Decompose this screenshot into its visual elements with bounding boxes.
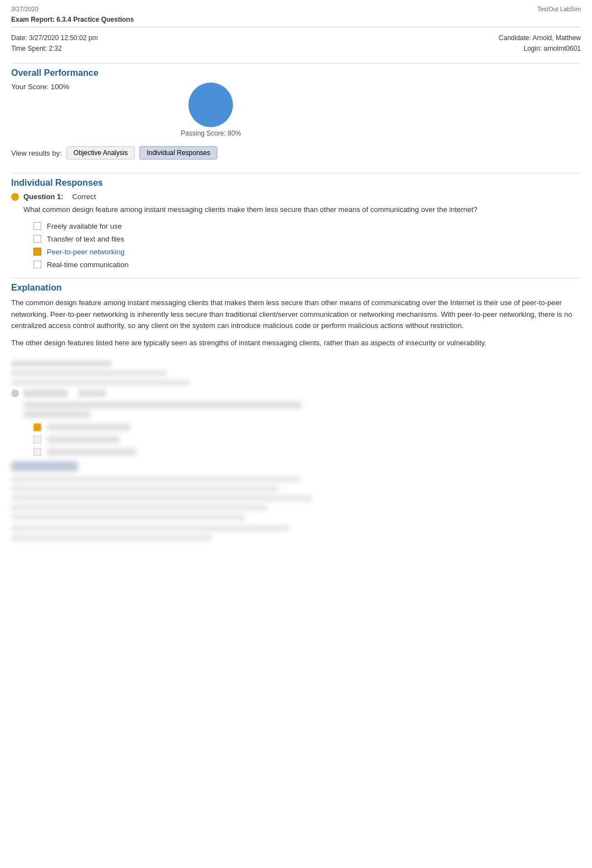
option-text-1: Freely available for use [47, 222, 122, 230]
individual-responses-section: Individual Responses Question 1: Correct… [11, 178, 581, 269]
individual-responses-title: Individual Responses [11, 178, 581, 188]
option-text-3: Peer-to-peer networking [47, 248, 124, 256]
blurred-explanation-2-extra [11, 525, 581, 541]
answer-option-4: Real-time communication [33, 261, 581, 269]
top-bar: 3/27/2020 TestOut LabSim [11, 6, 581, 12]
blurred-line7 [11, 534, 212, 541]
meta-section: Date: 3/27/2020 12:50:02 pm Time Spent: … [11, 33, 581, 54]
blurred-explanation-2 [11, 461, 581, 541]
answer-options: Freely available for use Transfer of tex… [11, 222, 581, 269]
divider-2 [11, 173, 581, 173]
overall-performance-title: Overall Performance [11, 68, 581, 78]
time-spent: Time Spent: 2:32 [11, 44, 98, 54]
explanation-paragraph-1: The common design feature among instant … [11, 297, 581, 332]
blurred-option-text-2-3 [47, 449, 136, 455]
passing-score-block: Passing Score: 80% [181, 83, 241, 137]
divider-1 [11, 63, 581, 64]
meta-right: Candidate: Arnold, Matthew Login: arnolm… [499, 33, 581, 54]
passing-score-label: Passing Score: 80% [181, 129, 241, 137]
meta-left: Date: 3/27/2020 12:50:02 pm Time Spent: … [11, 33, 98, 54]
view-results-label: View results by: [11, 149, 62, 157]
question-1-header: Question 1: Correct [11, 192, 581, 201]
blurred-option-text-2-2 [47, 436, 119, 443]
blurred-q2-label [23, 389, 68, 397]
explanation-section: Explanation The common design feature am… [11, 283, 581, 349]
app-name: TestOut LabSim [537, 6, 581, 12]
blurred-explanation-2-line3 [11, 495, 312, 501]
option-box-1 [33, 222, 41, 230]
blurred-option-box-2-2 [33, 436, 41, 443]
blurred-q2-options [11, 423, 581, 456]
option-text-4: Real-time communication [47, 261, 129, 269]
your-score: Your Score: 100% [11, 83, 69, 91]
overall-performance-section: Overall Performance Your Score: 100% Pas… [11, 68, 581, 137]
blurred-explanation-2-line4 [11, 504, 268, 511]
blurred-option-box-2-3 [33, 448, 41, 456]
blurred-question-2-section [11, 360, 581, 541]
top-date: 3/27/2020 [11, 6, 38, 12]
blurred-explanation-2-title [11, 461, 78, 471]
blurred-option-2-1 [33, 423, 581, 431]
divider-3 [11, 278, 581, 278]
exam-report-title: Exam Report: 6.3.4 Practice Questions [11, 16, 581, 27]
blurred-option-2-3 [33, 448, 581, 456]
blurred-explanation-2-line2 [11, 485, 279, 492]
score-area: Your Score: 100% Passing Score: 80% [11, 83, 581, 137]
exam-date: Date: 3/27/2020 12:50:02 pm [11, 33, 98, 44]
question-1-text: What common design feature among instant… [11, 204, 581, 215]
option-box-3-selected [33, 248, 41, 255]
explanation-paragraph-2: The other design features listed here ar… [11, 337, 581, 349]
blurred-option-2-2 [33, 436, 581, 443]
answer-option-3: Peer-to-peer networking [33, 248, 581, 256]
tab-individual-responses[interactable]: Individual Responses [139, 146, 217, 160]
blurred-explanation-2-line1 [11, 476, 301, 483]
question-1-dot [11, 193, 19, 201]
tab-objective-analysis[interactable]: Objective Analysis [66, 146, 135, 160]
blurred-q2-tag [78, 389, 106, 397]
option-text-2: Transfer of text and files [47, 235, 124, 243]
answer-option-2: Transfer of text and files [33, 235, 581, 243]
explanation-title: Explanation [11, 283, 581, 293]
score-chart [188, 83, 233, 127]
view-results-bar: View results by: Objective Analysis Indi… [11, 146, 581, 164]
option-box-2 [33, 235, 41, 243]
blurred-option-text-2-1 [47, 424, 130, 431]
candidate-name: Candidate: Arnold, Matthew [499, 33, 581, 44]
question-1-label: Question 1: [23, 192, 64, 201]
option-box-4 [33, 261, 41, 268]
blurred-option-box-2-1 [33, 423, 41, 431]
question-1-result: Correct [72, 192, 96, 201]
blurred-line6 [11, 525, 290, 532]
blurred-q2-header [11, 389, 581, 397]
answer-option-1: Freely available for use [33, 222, 581, 230]
login-info: Login: arnolmt0601 [499, 44, 581, 54]
blurred-q2-dot [11, 389, 19, 397]
blurred-explanation-2-line5 [11, 514, 245, 520]
